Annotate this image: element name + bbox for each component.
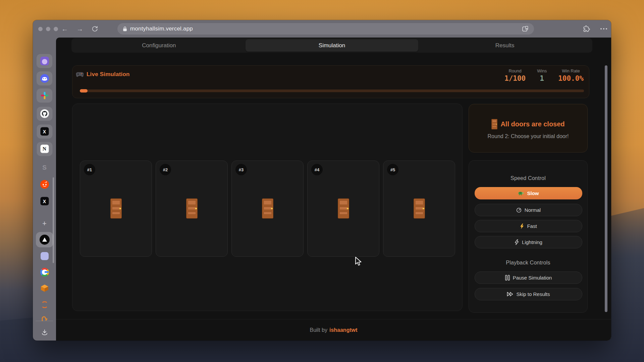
page-footer: Built by ishaangtwt bbox=[56, 319, 611, 341]
page-scrollbar[interactable] bbox=[605, 65, 607, 312]
download-icon bbox=[41, 329, 48, 336]
sidebar-item-slack[interactable] bbox=[40, 91, 49, 100]
door-icon bbox=[110, 198, 122, 219]
sidebar-item-google[interactable] bbox=[40, 268, 49, 277]
sidebar-item-hook-app[interactable] bbox=[41, 316, 48, 321]
sidebar-item-x-twitter[interactable]: X bbox=[40, 127, 49, 136]
extensions-puzzle-icon[interactable] bbox=[583, 25, 590, 34]
sidebar-item-notion[interactable]: N bbox=[40, 145, 49, 153]
sidebar-item-reddit[interactable] bbox=[40, 180, 49, 189]
wins-value: 1 bbox=[540, 74, 544, 82]
sidebar-item-x-twitter-2[interactable]: X bbox=[40, 197, 49, 205]
browser-sidebar: X N S X + + bbox=[33, 38, 56, 341]
simulation-progress-bar bbox=[80, 89, 584, 92]
sidebar-item-discord[interactable] bbox=[40, 74, 49, 83]
vercel-icon bbox=[40, 235, 50, 245]
door-card-1[interactable]: #1 bbox=[80, 161, 152, 257]
door-card-5[interactable]: #5 bbox=[383, 161, 455, 257]
cube-app-icon bbox=[40, 284, 49, 293]
stat-round: Round 1/100 bbox=[504, 68, 526, 82]
sidebar-new-tab-button[interactable]: + bbox=[42, 219, 47, 228]
reddit-icon bbox=[40, 180, 49, 189]
door-icon bbox=[338, 198, 349, 219]
live-simulation-title: Live Simulation bbox=[87, 71, 130, 78]
sidebar-item-vercel[interactable] bbox=[40, 235, 50, 245]
door-card-3[interactable]: #3 bbox=[231, 161, 304, 257]
arc-app-icon bbox=[40, 57, 49, 65]
stat-wins: Wins 1 bbox=[537, 68, 547, 82]
reload-icon[interactable] bbox=[92, 26, 98, 34]
round-value: 1/100 bbox=[504, 74, 526, 82]
doors-panel: #1 #2 #3 #4 #5 bbox=[72, 104, 463, 311]
door-card-4[interactable]: #4 bbox=[307, 161, 379, 257]
discord-icon bbox=[40, 74, 49, 83]
plus-icon: + bbox=[42, 219, 47, 228]
speed-fast-button[interactable]: Fast bbox=[475, 220, 582, 232]
skip-icon bbox=[507, 292, 513, 297]
door-icon-small bbox=[491, 119, 497, 129]
more-menu-icon[interactable] bbox=[600, 28, 607, 29]
zoom-window-button[interactable] bbox=[54, 27, 58, 31]
sidebar-item-lavender-app[interactable] bbox=[41, 252, 49, 260]
controls-card: Speed Control Slow Normal Fast Lightning… bbox=[469, 160, 588, 313]
url-text: montyhallsim.vercel.app bbox=[130, 25, 193, 32]
browser-window: ← → montyhallsim.vercel.app X N bbox=[33, 20, 611, 341]
gamepad-icon bbox=[76, 72, 84, 77]
simulation-stats: Round 1/100 Wins 1 Win Rate 100.0% bbox=[504, 68, 584, 82]
skip-to-results-button[interactable]: Skip to Results bbox=[475, 288, 582, 300]
live-simulation-card: Live Simulation Round 1/100 Wins 1 Win R… bbox=[72, 65, 589, 98]
browser-titlebar: ← → montyhallsim.vercel.app bbox=[33, 20, 611, 38]
footer-prefix: Built by bbox=[310, 327, 327, 333]
gauge-icon bbox=[516, 207, 522, 213]
back-arrow-icon[interactable]: ← bbox=[61, 24, 68, 33]
lavender-app-icon bbox=[41, 252, 49, 260]
speed-slow-button[interactable]: Slow bbox=[475, 187, 582, 199]
footer-author-link[interactable]: ishaangtwt bbox=[329, 327, 358, 333]
speed-lightning-button[interactable]: Lightning bbox=[475, 236, 582, 248]
ring-app-icon bbox=[41, 301, 48, 308]
sidebar-downloads-button[interactable] bbox=[41, 329, 48, 336]
tab-results[interactable]: Results bbox=[418, 39, 591, 52]
notion-icon: N bbox=[40, 145, 49, 153]
sidebar-divider bbox=[36, 321, 53, 321]
door-icon bbox=[186, 198, 198, 219]
playback-controls-title: Playback Controls bbox=[469, 260, 587, 266]
bookmark-tab-icon[interactable] bbox=[522, 25, 529, 34]
door-icon bbox=[414, 198, 425, 219]
x-twitter-icon: X bbox=[40, 127, 49, 136]
door-icon bbox=[262, 198, 273, 219]
sidebar-scrollbar[interactable] bbox=[53, 177, 54, 263]
slack-icon bbox=[40, 91, 49, 100]
forward-arrow-icon[interactable]: → bbox=[76, 24, 83, 33]
door-number-badge: #1 bbox=[84, 164, 95, 175]
sidebar-item-github[interactable] bbox=[40, 109, 49, 118]
speed-control-title: Speed Control bbox=[469, 175, 587, 181]
tab-configuration[interactable]: Configuration bbox=[72, 39, 246, 52]
simulation-progress-fill bbox=[80, 89, 88, 93]
address-bar[interactable]: montyhallsim.vercel.app bbox=[117, 23, 534, 35]
s-app-icon: S bbox=[42, 164, 47, 171]
win-rate-value: 100.0% bbox=[558, 74, 584, 82]
door-number-badge: #3 bbox=[235, 164, 247, 175]
speed-normal-button[interactable]: Normal bbox=[475, 204, 582, 216]
minimize-window-button[interactable] bbox=[46, 27, 50, 31]
sidebar-item-cube-app[interactable] bbox=[40, 284, 49, 293]
close-window-button[interactable] bbox=[38, 27, 43, 31]
sidebar-item-s-app[interactable]: S bbox=[42, 164, 47, 171]
turtle-icon bbox=[518, 191, 524, 195]
pause-icon bbox=[505, 275, 510, 281]
pause-simulation-button[interactable]: Pause Simulation bbox=[475, 272, 582, 284]
status-subtext: Round 2: Choose your initial door! bbox=[469, 133, 587, 139]
sidebar-item-ring-app[interactable] bbox=[41, 301, 48, 308]
lock-icon bbox=[123, 26, 127, 32]
status-heading: All doors are closed bbox=[500, 120, 565, 128]
sidebar-item-arc-app[interactable] bbox=[40, 57, 49, 65]
zap-outline-icon bbox=[515, 239, 519, 245]
stat-win-rate: Win Rate 100.0% bbox=[558, 68, 584, 82]
door-number-badge: #2 bbox=[160, 164, 171, 175]
door-card-2[interactable]: #2 bbox=[156, 161, 228, 257]
tab-simulation[interactable]: Simulation bbox=[246, 39, 419, 52]
google-icon bbox=[40, 268, 49, 277]
status-card: All doors are closed Round 2: Choose you… bbox=[469, 104, 588, 153]
bolt-icon bbox=[520, 224, 524, 229]
